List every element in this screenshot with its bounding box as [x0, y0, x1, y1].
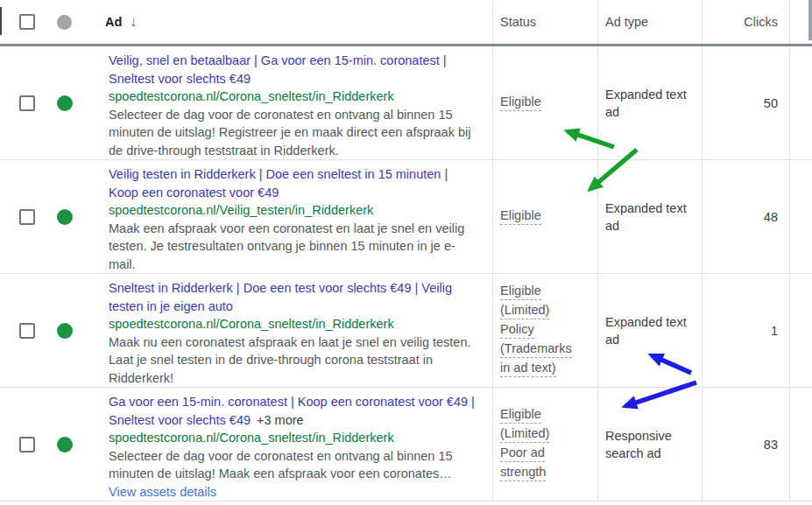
- select-all-checkbox[interactable]: [19, 14, 35, 30]
- extra-cell: [789, 46, 812, 159]
- clicks-value: 50: [764, 96, 778, 110]
- status-text[interactable]: Poor ad: [500, 445, 545, 462]
- ad-preview-cell[interactable]: Sneltest in Ridderkerk | Doe een test vo…: [88, 274, 492, 387]
- enabled-dot-icon[interactable]: [57, 323, 73, 339]
- adtype-text: Expanded text ad: [605, 86, 693, 121]
- status-cell: Eligible: [492, 160, 597, 273]
- status-text[interactable]: Eligible: [500, 94, 541, 111]
- ad-description: Selecteer de dag voor de coronatest en o…: [109, 106, 477, 160]
- ad-description: Selecteer de dag voor de coronatest en o…: [109, 447, 477, 483]
- sort-descending-icon[interactable]: ↓: [130, 13, 137, 32]
- row-status-dot-cell: [49, 274, 88, 387]
- ad-display-url: spoedtestcorona.nl/Corona_sneltest/in_Ri…: [109, 429, 477, 447]
- header-status-dot-cell: [49, 0, 88, 44]
- header-status-column[interactable]: Status: [492, 0, 597, 44]
- right-edge-scrollbar-fragment: [808, 0, 812, 40]
- clicks-cell: 1: [702, 274, 789, 387]
- clicks-cell: 48: [702, 160, 789, 273]
- adtype-text: Responsive search ad: [605, 427, 693, 462]
- view-assets-details-link[interactable]: View assets details: [109, 485, 216, 499]
- ad-preview-cell[interactable]: Ga voor een 15-min. coronatest | Koop ee…: [88, 388, 492, 501]
- status-text[interactable]: Policy: [500, 321, 534, 339]
- extra-cell: [789, 160, 812, 273]
- ad-row: Ga voor een 15-min. coronatest | Koop ee…: [0, 388, 812, 501]
- status-cell: Eligible: [492, 46, 597, 159]
- clicks-value: 83: [764, 438, 778, 452]
- header-adtype-column[interactable]: Ad type: [597, 0, 702, 44]
- row-checkbox[interactable]: [19, 95, 35, 111]
- row-status-dot-cell: [49, 388, 88, 501]
- clicks-value: 48: [764, 210, 778, 224]
- row-status-dot-cell: [49, 160, 88, 273]
- header-clicks-column[interactable]: Clicks: [702, 0, 789, 44]
- status-cell: Eligible (Limited) Policy (Trademarks in…: [492, 274, 597, 387]
- status-text[interactable]: strength: [500, 464, 546, 481]
- adtype-text: Expanded text ad: [605, 313, 693, 348]
- ad-title[interactable]: Sneltest in Ridderkerk | Doe een test vo…: [109, 281, 452, 313]
- row-checkbox-cell: [0, 388, 49, 501]
- row-checkbox-cell: [0, 46, 49, 159]
- extra-cell: [789, 274, 812, 387]
- enabled-dot-icon[interactable]: [57, 437, 73, 452]
- status-cell: Eligible (Limited) Poor ad strength: [492, 388, 597, 501]
- status-text[interactable]: Eligible: [500, 406, 541, 424]
- ad-display-url: spoedtestcorona.nl/Veilig_testen/in_Ridd…: [109, 201, 477, 220]
- row-checkbox-cell: [0, 160, 49, 273]
- adtype-cell: Expanded text ad: [597, 160, 702, 273]
- enabled-dot-icon[interactable]: [57, 209, 73, 225]
- header-checkbox-cell: [0, 0, 49, 44]
- clicks-cell: 83: [702, 388, 789, 501]
- status-text[interactable]: (Limited): [500, 302, 549, 319]
- row-checkbox[interactable]: [19, 437, 35, 452]
- column-header-clicks[interactable]: Clicks: [744, 15, 778, 29]
- status-text[interactable]: (Limited): [500, 425, 549, 443]
- column-header-adtype[interactable]: Ad type: [605, 13, 648, 31]
- more-headlines-label[interactable]: +3 more: [257, 413, 304, 427]
- extra-cell: [789, 388, 812, 501]
- status-dot-header-icon: [57, 15, 72, 30]
- clicks-cell: 50: [702, 46, 789, 159]
- adtype-cell: Expanded text ad: [597, 274, 702, 387]
- header-ad-column[interactable]: Ad ↓: [88, 0, 492, 44]
- adtype-cell: Responsive search ad: [597, 388, 702, 501]
- ad-preview-cell[interactable]: Veilig, snel en betaalbaar | Ga voor een…: [88, 46, 492, 159]
- ad-row: Veilig testen in Ridderkerk | Doe een sn…: [0, 160, 812, 274]
- ad-title[interactable]: Veilig testen in Ridderkerk | Doe een sn…: [109, 167, 448, 200]
- adtype-text: Expanded text ad: [605, 200, 693, 235]
- row-checkbox[interactable]: [19, 209, 35, 225]
- column-header-status[interactable]: Status: [500, 15, 536, 29]
- ad-display-url: spoedtestcorona.nl/Corona_sneltest/in_Ri…: [109, 88, 477, 106]
- ad-description: Maak nu een coronatest afspraak en laat …: [109, 333, 477, 388]
- ad-preview-cell[interactable]: Veilig testen in Ridderkerk | Doe een sn…: [88, 160, 492, 273]
- ad-description: Maak een afspraak voor een coronatest en…: [109, 220, 477, 274]
- ads-table: Ad ↓ Status Ad type Clicks Veilig, snel …: [0, 0, 812, 505]
- row-status-dot-cell: [49, 46, 88, 159]
- row-checkbox[interactable]: [19, 323, 35, 339]
- table-header-row: Ad ↓ Status Ad type Clicks: [0, 0, 812, 46]
- enabled-dot-icon[interactable]: [57, 95, 73, 111]
- clicks-value: 1: [771, 324, 778, 338]
- row-checkbox-cell: [0, 274, 49, 387]
- ad-row: Sneltest in Ridderkerk | Doe een test vo…: [0, 274, 812, 388]
- status-text[interactable]: Eligible: [500, 283, 541, 300]
- column-header-ad[interactable]: Ad: [105, 13, 122, 32]
- status-text[interactable]: Eligible: [500, 207, 541, 225]
- status-text[interactable]: in ad text): [500, 360, 556, 377]
- ad-title[interactable]: Veilig, snel en betaalbaar | Ga voor een…: [109, 53, 447, 86]
- status-text[interactable]: (Trademarks: [500, 340, 572, 358]
- ad-display-url: spoedtestcorona.nl/Corona_sneltest/in_Ri…: [109, 315, 477, 333]
- adtype-cell: Expanded text ad: [597, 46, 702, 159]
- left-edge-ui-fragment: [0, 7, 2, 35]
- ad-row: Veilig, snel en betaalbaar | Ga voor een…: [0, 46, 812, 160]
